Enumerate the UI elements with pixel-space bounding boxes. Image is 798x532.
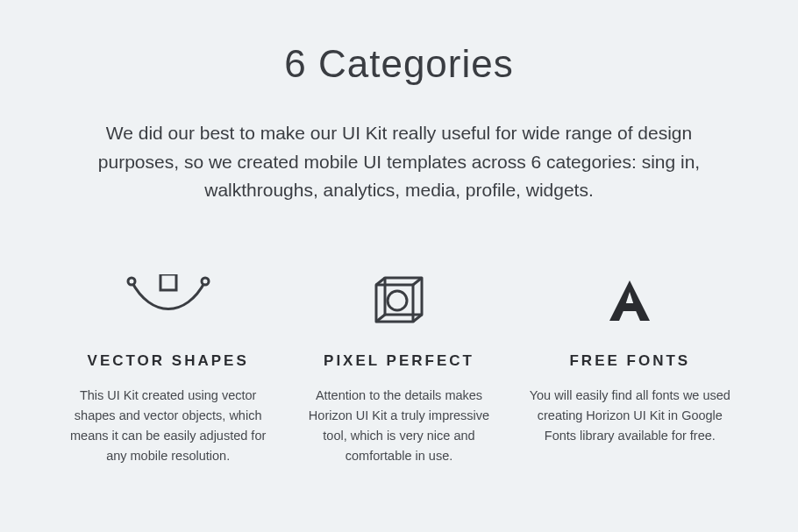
page-title: 6 Categories (61, 42, 737, 86)
feature-text: This UI Kit created using vector shapes … (61, 386, 274, 467)
page-subtitle: We did our best to make our UI Kit reall… (66, 119, 732, 205)
features-row: VECTOR SHAPES This UI Kit created using … (61, 266, 737, 467)
feature-text: Attention to the details makes Horizon U… (292, 386, 505, 467)
letter-a-icon (524, 266, 737, 335)
feature-free-fonts: FREE FONTS You will easily find all font… (524, 266, 737, 467)
svg-point-0 (128, 278, 135, 285)
vector-pen-icon (61, 266, 274, 335)
feature-text: You will easily find all fonts we used c… (524, 386, 737, 447)
cube-icon (292, 266, 505, 335)
svg-point-9 (388, 291, 407, 310)
page-content: 6 Categories We did our best to make our… (0, 0, 798, 466)
feature-title: FREE FONTS (524, 352, 737, 370)
feature-title: PIXEL PERFECT (292, 352, 505, 370)
svg-rect-2 (160, 274, 176, 290)
feature-pixel-perfect: PIXEL PERFECT Attention to the details m… (292, 266, 505, 467)
svg-point-1 (202, 278, 209, 285)
feature-vector-shapes: VECTOR SHAPES This UI Kit created using … (61, 266, 274, 467)
feature-title: VECTOR SHAPES (61, 352, 274, 370)
